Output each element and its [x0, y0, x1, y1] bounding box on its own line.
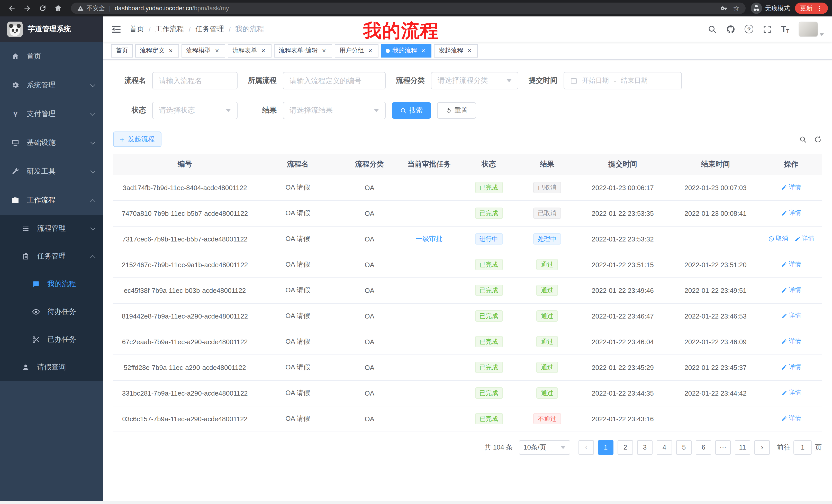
forward-icon[interactable]: [21, 2, 34, 15]
category-select[interactable]: 请选择流程分类: [431, 72, 518, 89]
tab-process-model[interactable]: 流程模型×: [182, 44, 225, 57]
sidebar-item-home[interactable]: 首页: [0, 42, 103, 71]
page-button-1[interactable]: 1: [598, 440, 614, 454]
key-icon[interactable]: [721, 5, 728, 12]
detail-link[interactable]: 详情: [781, 389, 801, 397]
breadcrumb-home[interactable]: 首页: [130, 24, 144, 34]
close-icon[interactable]: ×: [260, 47, 267, 54]
address-bar[interactable]: 不安全 | dashboard.yudao.iocoder.cn/bpm/tas…: [71, 3, 746, 14]
reload-icon[interactable]: [36, 2, 49, 15]
bookmark-star-icon[interactable]: ☆: [733, 4, 739, 12]
start-date-placeholder[interactable]: 开始日期: [582, 76, 609, 85]
avatar[interactable]: [799, 21, 818, 37]
tab-my-process[interactable]: 我的流程×: [381, 44, 432, 57]
more-pages-button[interactable]: ···: [715, 440, 731, 454]
current-task-link[interactable]: 一级审批: [416, 235, 442, 243]
edit-icon: [781, 185, 787, 191]
back-icon[interactable]: [5, 2, 19, 15]
detail-link[interactable]: 详情: [794, 234, 814, 243]
clipboard-icon: [21, 252, 31, 260]
sidebar-item-devtools[interactable]: 研发工具: [0, 157, 103, 186]
detail-link[interactable]: 详情: [781, 209, 801, 218]
detail-link[interactable]: 详情: [781, 183, 801, 192]
sidebar-item-workflow[interactable]: 工作流程: [0, 186, 103, 215]
fullscreen-icon[interactable]: [762, 24, 772, 34]
page-size-select[interactable]: 10条/页: [519, 440, 570, 454]
end-date-placeholder[interactable]: 结束日期: [621, 76, 648, 85]
refresh-table-icon[interactable]: [814, 135, 822, 143]
result-select[interactable]: 请选择流结果: [283, 102, 386, 119]
sidebar-item-task-mgmt[interactable]: 任务管理: [0, 243, 103, 270]
detail-link[interactable]: 详情: [781, 363, 801, 372]
sidebar-item-done-tasks[interactable]: 已办任务: [0, 326, 103, 354]
close-icon[interactable]: ×: [420, 47, 427, 54]
close-icon[interactable]: ×: [213, 47, 220, 54]
prev-page-button[interactable]: ‹: [578, 440, 594, 454]
table-row: 3ad174fb-7b9d-11ec-8404-acde48001122 OA …: [113, 175, 822, 200]
reset-button[interactable]: 重置: [437, 102, 476, 119]
cancel-link[interactable]: 取消: [768, 234, 788, 243]
tab-user-group[interactable]: 用户分组×: [335, 44, 379, 57]
sidebar-item-payment[interactable]: ¥ 支付管理: [0, 100, 103, 129]
search-icon[interactable]: [707, 24, 717, 34]
process-name-input[interactable]: [152, 72, 238, 89]
page-button-4[interactable]: 4: [657, 440, 672, 454]
toggle-search-icon[interactable]: [799, 135, 807, 143]
page-button-11[interactable]: 11: [735, 440, 750, 454]
status-badge: 已完成: [475, 413, 503, 424]
breadcrumb-task-mgmt[interactable]: 任务管理: [196, 24, 224, 34]
date-range-picker[interactable]: 开始日期 - 结束日期: [564, 72, 682, 89]
tab-process-form[interactable]: 流程表单×: [228, 44, 271, 57]
tab-process-form-edit[interactable]: 流程表单-编辑×: [274, 44, 332, 57]
sidebar-item-infra[interactable]: 基础设施: [0, 129, 103, 157]
font-size-icon[interactable]: TT: [781, 24, 789, 34]
horizontal-scrollbar[interactable]: [0, 501, 832, 504]
user-menu[interactable]: [799, 21, 824, 37]
col-result: 结果: [519, 154, 575, 175]
close-icon[interactable]: ×: [466, 47, 473, 54]
tab-start-process[interactable]: 发起流程×: [434, 44, 478, 57]
sidebar-item-my-process[interactable]: 我的流程: [0, 270, 103, 298]
page-button-5[interactable]: 5: [676, 440, 692, 454]
goto-page-input[interactable]: [794, 440, 812, 454]
detail-link[interactable]: 详情: [781, 260, 801, 269]
github-icon[interactable]: [726, 24, 735, 34]
edit-icon: [781, 364, 787, 370]
tab-home[interactable]: 首页: [111, 44, 133, 57]
next-page-button[interactable]: ›: [754, 440, 770, 454]
detail-link[interactable]: 详情: [781, 312, 801, 320]
close-icon[interactable]: ×: [367, 47, 374, 54]
close-icon[interactable]: ×: [167, 47, 174, 54]
detail-link[interactable]: 详情: [781, 414, 801, 423]
result-badge: 已取消: [533, 182, 561, 193]
update-button[interactable]: 更新 ⋮: [795, 3, 828, 14]
help-icon[interactable]: ?: [745, 25, 753, 33]
home-icon[interactable]: [51, 2, 65, 15]
list-icon: [21, 225, 31, 233]
result-badge: 通过: [536, 387, 558, 399]
page-button-3[interactable]: 3: [637, 440, 653, 454]
tab-process-definition[interactable]: 流程定义×: [135, 44, 179, 57]
search-button[interactable]: 搜索: [392, 102, 431, 119]
site-security[interactable]: 不安全: [77, 4, 105, 12]
sidebar-toggle-icon[interactable]: [111, 24, 121, 34]
breadcrumb-workflow[interactable]: 工作流程: [155, 24, 184, 34]
process-id-input[interactable]: [283, 72, 386, 89]
sidebar-item-process-mgmt[interactable]: 流程管理: [0, 215, 103, 243]
page-button-2[interactable]: 2: [618, 440, 633, 454]
status-select[interactable]: 请选择状态: [152, 102, 238, 119]
start-process-button[interactable]: + 发起流程: [113, 132, 161, 147]
sidebar-item-todo-tasks[interactable]: 待办任务: [0, 298, 103, 326]
col-actions: 操作: [760, 154, 822, 175]
sidebar-item-system[interactable]: 系统管理: [0, 71, 103, 100]
table-row: 52ffd28e-7b9a-11ec-a290-acde48001122 OA …: [113, 355, 822, 380]
col-submit-time: 提交时间: [575, 154, 671, 175]
sidebar: 芋道管理系统 首页 系统管理 ¥ 支付管理 基础设施 研发工具 工作: [0, 17, 103, 501]
detail-link[interactable]: 详情: [781, 337, 801, 346]
browser-menu-icon[interactable]: ⋮: [816, 4, 823, 12]
detail-link[interactable]: 详情: [781, 286, 801, 295]
page-button-6[interactable]: 6: [696, 440, 711, 454]
sidebar-item-leave-query[interactable]: 请假查询: [0, 354, 103, 381]
close-icon[interactable]: ×: [320, 47, 328, 54]
scissors-icon: [31, 335, 41, 344]
